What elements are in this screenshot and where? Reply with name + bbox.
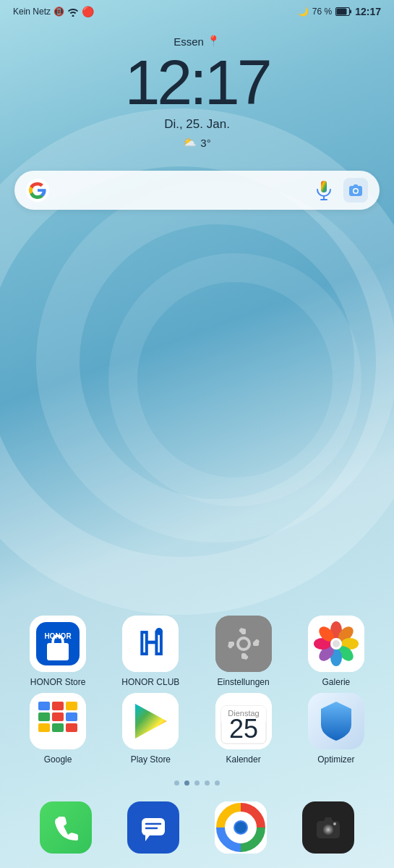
app-grid: HONOR HONOR Store ℍ bbox=[0, 608, 394, 772]
svg-point-76 bbox=[327, 829, 330, 831]
svg-rect-16 bbox=[47, 643, 69, 660]
page-dot-1[interactable] bbox=[184, 780, 189, 786]
svg-rect-46 bbox=[66, 702, 77, 710]
google-apps-icon bbox=[30, 693, 86, 749]
settings-icon bbox=[215, 616, 272, 672]
dock-camera[interactable] bbox=[302, 801, 354, 854]
battery-label: 76 % bbox=[312, 7, 332, 17]
page-dot-2[interactable] bbox=[194, 780, 200, 786]
clock-label: 12:17 bbox=[355, 6, 381, 17]
optimizer-label: Optimizer bbox=[317, 754, 354, 765]
app-honor-club[interactable]: ℍ HONOR CLUB bbox=[107, 616, 194, 687]
svg-rect-62 bbox=[142, 818, 165, 835]
time-large: 12:17 bbox=[124, 51, 269, 114]
app-settings[interactable]: Einstellungen bbox=[200, 616, 287, 687]
google-label: Google bbox=[44, 754, 72, 765]
settings-label: Einstellungen bbox=[218, 677, 270, 687]
honor-store-label: HONOR Store bbox=[30, 677, 86, 687]
svg-rect-49 bbox=[66, 712, 77, 721]
svg-rect-48 bbox=[52, 712, 64, 721]
svg-point-75 bbox=[333, 822, 336, 825]
svg-rect-52 bbox=[66, 723, 77, 732]
weather-icon: ⛅ bbox=[183, 136, 197, 149]
phone-icon bbox=[40, 801, 92, 854]
search-area bbox=[0, 156, 394, 217]
status-bar: Kein Netz 📵 🔴 🌙 76 % 12:17 bbox=[0, 0, 394, 20]
optimizer-icon bbox=[308, 693, 364, 749]
page-dot-0[interactable] bbox=[174, 780, 179, 786]
camera-icon bbox=[302, 801, 354, 854]
svg-point-19 bbox=[155, 628, 163, 635]
network-label: Kein Netz bbox=[13, 7, 51, 17]
google-logo bbox=[26, 179, 49, 202]
page-dot-3[interactable] bbox=[205, 780, 210, 786]
page-dots bbox=[0, 772, 394, 791]
app-kalender[interactable]: Dienstag 25 Kalender bbox=[200, 693, 287, 765]
kalender-label: Kalender bbox=[226, 754, 261, 765]
clock-area: Essen 📍 12:17 Di., 25. Jan. ⛅ 3° bbox=[0, 20, 394, 156]
search-bar[interactable] bbox=[14, 171, 380, 210]
kalender-icon: Dienstag 25 bbox=[215, 693, 272, 749]
galerie-label: Galerie bbox=[322, 677, 351, 687]
svg-rect-51 bbox=[52, 723, 64, 732]
svg-rect-8 bbox=[321, 181, 327, 192]
galerie-icon bbox=[308, 616, 364, 672]
page-dot-4[interactable] bbox=[215, 780, 220, 786]
playstore-label: Play Store bbox=[131, 754, 171, 765]
app-honor-store[interactable]: HONOR HONOR Store bbox=[14, 616, 101, 687]
messages-icon bbox=[127, 801, 179, 854]
moon-icon: 🌙 bbox=[298, 7, 309, 17]
svg-rect-2 bbox=[337, 9, 347, 15]
svg-point-11 bbox=[354, 190, 358, 193]
status-left: Kein Netz 📵 🔴 bbox=[13, 6, 94, 17]
honor-store-icon: HONOR bbox=[30, 616, 86, 672]
playstore-icon bbox=[122, 693, 179, 749]
temperature: 3° bbox=[200, 137, 210, 149]
svg-point-70 bbox=[235, 822, 247, 833]
app-google[interactable]: Google bbox=[14, 693, 101, 765]
honor-club-label: HONOR CLUB bbox=[121, 677, 179, 687]
svg-rect-12 bbox=[354, 184, 358, 187]
svg-marker-63 bbox=[145, 835, 150, 841]
dock-messages[interactable] bbox=[127, 801, 179, 854]
chrome-icon bbox=[215, 801, 267, 854]
lens-search-button[interactable] bbox=[343, 178, 368, 203]
svg-rect-47 bbox=[38, 712, 50, 721]
svg-rect-44 bbox=[38, 702, 50, 710]
notification-dot: 🔴 bbox=[82, 6, 94, 17]
app-section: HONOR HONOR Store ℍ bbox=[0, 217, 394, 868]
dock bbox=[0, 791, 394, 868]
svg-point-22 bbox=[239, 639, 248, 648]
status-right: 🌙 76 % 12:17 bbox=[298, 6, 381, 17]
weather-info: ⛅ 3° bbox=[183, 136, 210, 149]
wifi-icon bbox=[67, 7, 79, 17]
honor-club-icon: ℍ bbox=[122, 616, 179, 672]
date-label: Di., 25. Jan. bbox=[164, 117, 230, 132]
signal-icon: 📵 bbox=[53, 7, 64, 17]
dock-chrome[interactable] bbox=[215, 801, 267, 854]
voice-search-button[interactable] bbox=[312, 178, 336, 203]
svg-rect-3 bbox=[350, 10, 351, 14]
svg-point-0 bbox=[72, 15, 74, 17]
battery-icon bbox=[335, 7, 351, 16]
app-optimizer[interactable]: Optimizer bbox=[293, 693, 380, 765]
svg-point-42 bbox=[333, 640, 340, 647]
svg-text:25: 25 bbox=[229, 714, 258, 744]
dock-phone[interactable] bbox=[40, 801, 92, 854]
svg-rect-45 bbox=[52, 702, 64, 710]
app-playstore[interactable]: Play Store bbox=[107, 693, 194, 765]
svg-rect-50 bbox=[38, 723, 50, 732]
app-galerie[interactable]: Galerie bbox=[293, 616, 380, 687]
